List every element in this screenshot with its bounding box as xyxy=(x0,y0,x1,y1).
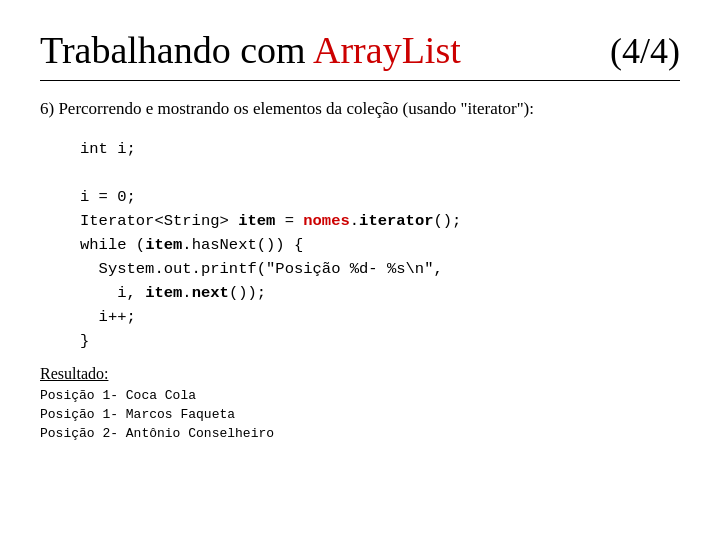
code-line-iterator: Iterator<String> item = nomes.iterator()… xyxy=(80,209,680,233)
title-highlight: ArrayList xyxy=(313,29,461,71)
section-subtitle: 6) Percorrendo e mostrando os elementos … xyxy=(40,99,680,119)
code-line-blank1 xyxy=(80,161,680,185)
resultado-line-1: Posição 1- Marcos Faqueta xyxy=(40,406,680,425)
slide-title: Trabalhando com ArrayList xyxy=(40,28,461,72)
slide-number: (4/4) xyxy=(610,30,680,72)
code-line-inc: i++; xyxy=(80,305,680,329)
code-line-int: int i; xyxy=(80,137,680,161)
slide-page: Trabalhando com ArrayList (4/4) 6) Perco… xyxy=(0,0,720,540)
resultado-output: Posição 1- Coca Cola Posição 1- Marcos F… xyxy=(40,387,680,444)
resultado-line-2: Posição 2- Antônio Conselheiro xyxy=(40,425,680,444)
code-line-close: } xyxy=(80,329,680,353)
code-line-next: i, item.next()); xyxy=(80,281,680,305)
code-line-printf: System.out.printf("Posição %d- %s\n", xyxy=(80,257,680,281)
resultado-section: Resultado: Posição 1- Coca Cola Posição … xyxy=(40,365,680,444)
code-block: int i; i = 0; Iterator<String> item = no… xyxy=(80,137,680,353)
code-line-while: while (item.hasNext()) { xyxy=(80,233,680,257)
code-line-assign: i = 0; xyxy=(80,185,680,209)
title-divider xyxy=(40,80,680,81)
title-row: Trabalhando com ArrayList (4/4) xyxy=(40,28,680,72)
resultado-line-0: Posição 1- Coca Cola xyxy=(40,387,680,406)
title-prefix: Trabalhando com xyxy=(40,29,313,71)
resultado-label: Resultado: xyxy=(40,365,680,383)
